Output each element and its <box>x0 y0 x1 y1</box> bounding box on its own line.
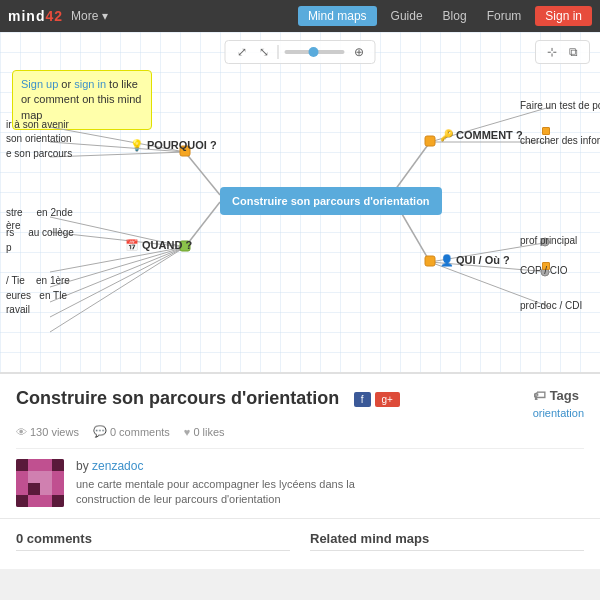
author-section: by zenzadoc une carte mentale pour accom… <box>16 448 584 508</box>
author-avatar <box>16 459 64 507</box>
facebook-button[interactable]: f <box>354 392 371 407</box>
signin-button[interactable]: Sign in <box>535 6 592 26</box>
node-comment: 🔑COMMENT ? <box>440 129 523 142</box>
nav-mindmaps[interactable]: Mind maps <box>298 6 377 26</box>
node-chercher: chercher des inform <box>520 135 600 146</box>
map-meta: 👁 130 views 💬 0 comments ♥ 0 likes <box>16 425 584 438</box>
author-info: by zenzadoc une carte mentale pour accom… <box>76 459 376 508</box>
node-dot-chercher <box>542 127 550 135</box>
node-cop: COP / CIO <box>520 265 568 276</box>
gplus-button[interactable]: g+ <box>375 392 400 407</box>
center-node: Construire son parcours d'orientation <box>220 187 442 215</box>
social-buttons: f g+ <box>354 392 400 407</box>
node-test: Faire un test de po <box>520 100 600 111</box>
map-title: Construire son parcours d'orientation <box>16 388 339 408</box>
toolbar-divider <box>278 45 279 59</box>
node-college: rs au collège <box>6 227 74 238</box>
info-section: Construire son parcours d'orientation f … <box>0 372 600 518</box>
nav-guide[interactable]: Guide <box>385 7 429 25</box>
collapse-icon[interactable]: ⤡ <box>256 44 272 60</box>
bottom-section: 0 comments Related mind maps <box>0 518 600 569</box>
author-name-link[interactable]: zenzadoc <box>92 459 143 473</box>
navbar: mind42 More ▾ Mind maps Guide Blog Forum… <box>0 0 600 32</box>
fullscreen-icon[interactable]: ⊹ <box>544 44 560 60</box>
canvas-toolbar-right: ⊹ ⧉ <box>535 40 590 64</box>
node-2nde: stre en 2nde <box>6 207 73 218</box>
expand-icon[interactable]: ⤢ <box>234 44 250 60</box>
zoom-icon[interactable]: ⊕ <box>351 44 367 60</box>
canvas-toolbar: ⤢ ⤡ ⊕ <box>225 40 376 64</box>
svg-line-9 <box>50 247 185 302</box>
svg-line-12 <box>395 142 430 190</box>
nav-blog[interactable]: Blog <box>437 7 473 25</box>
comments-heading-label: 0 comments <box>16 531 92 546</box>
likes-count: ♥ 0 likes <box>184 425 225 438</box>
signin-link[interactable]: sign in <box>74 78 106 90</box>
more-menu[interactable]: More ▾ <box>71 9 108 23</box>
views-count: 👁 130 views <box>16 425 79 438</box>
author-by-label: by <box>76 459 89 473</box>
tags-section: 🏷Tags orientation <box>533 388 584 419</box>
node-p: p <box>6 242 12 253</box>
mindmap-canvas: ⤢ ⤡ ⊕ ⊹ ⧉ Sign up or sign in to like or … <box>0 32 600 372</box>
node-orientation: son orientation <box>6 133 72 144</box>
node-prof-doc: prof-doc / CDI <box>520 300 582 311</box>
svg-line-10 <box>50 247 185 317</box>
node-parcours-left: e son parcours <box>6 148 72 159</box>
svg-rect-22 <box>425 256 435 266</box>
node-travail: ravail <box>6 304 30 315</box>
related-heading-label: Related mind maps <box>310 531 429 546</box>
node-tle: eures en Tle <box>6 290 67 301</box>
node-quand: 📅QUAND ? <box>125 239 192 252</box>
svg-line-8 <box>50 247 185 287</box>
tag-orientation[interactable]: orientation <box>533 407 584 419</box>
node-prof-principal: prof principal <box>520 235 577 246</box>
comments-count: 💬 0 comments <box>93 425 170 438</box>
node-pourquoi: 💡POURQUOI ? <box>130 139 217 152</box>
signup-link[interactable]: Sign up <box>21 78 58 90</box>
tags-heading: 🏷Tags <box>533 388 584 403</box>
nav-forum[interactable]: Forum <box>481 7 528 25</box>
related-column: Related mind maps <box>310 531 584 557</box>
svg-rect-21 <box>425 136 435 146</box>
grid-icon[interactable]: ⧉ <box>566 44 581 60</box>
svg-line-0 <box>185 152 220 195</box>
node-qui: 👤QUI / Où ? <box>440 254 510 267</box>
author-description: une carte mentale pour accompagner les l… <box>76 477 376 508</box>
zoom-slider[interactable] <box>285 50 345 54</box>
node-1ere: / Tie en 1ère <box>6 275 70 286</box>
comments-column: 0 comments <box>16 531 290 557</box>
svg-line-11 <box>50 247 185 332</box>
comments-heading: 0 comments <box>16 531 290 551</box>
node-avenir: ir à son avenir <box>6 119 69 130</box>
logo[interactable]: mind42 <box>8 8 63 24</box>
zoom-slider-thumb <box>309 47 319 57</box>
related-heading: Related mind maps <box>310 531 584 551</box>
